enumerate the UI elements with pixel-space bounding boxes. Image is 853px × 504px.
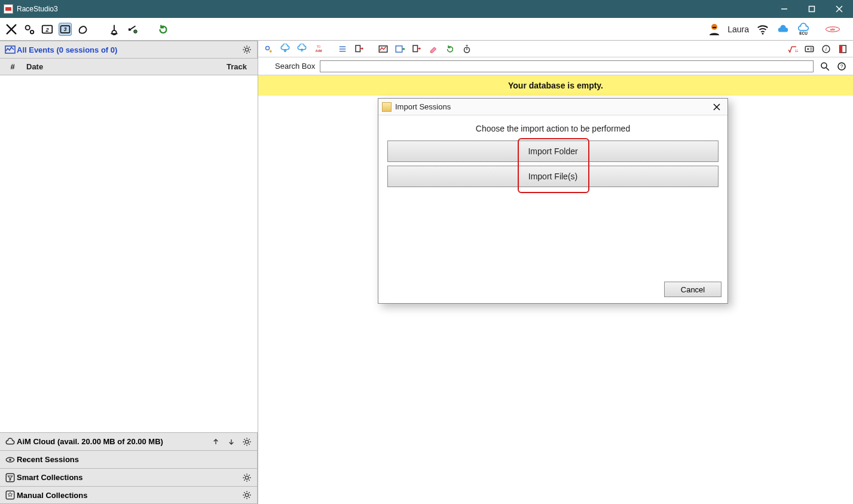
svg-text:2: 2 [45, 26, 48, 32]
cloud-outline-icon [4, 436, 17, 447]
cloud-panel[interactable]: AiM Cloud (avail. 20.00 MB of 20.00 MB) [0, 432, 258, 450]
cloud-icon [776, 22, 790, 36]
maximize-icon [808, 5, 815, 13]
cloud-settings-button[interactable] [240, 435, 253, 448]
svg-point-21 [9, 459, 11, 461]
wifi-button[interactable] [756, 23, 769, 36]
svg-point-23 [245, 476, 248, 479]
cloud-up-button[interactable] [209, 435, 222, 448]
manual-settings-button[interactable] [240, 488, 253, 502]
refresh-button[interactable] [157, 23, 170, 36]
user-name: Laura [727, 25, 749, 34]
col-date[interactable]: Date [22, 62, 177, 71]
download-arrow-icon [126, 22, 139, 36]
eye-icon [4, 454, 17, 465]
gear-icon [242, 45, 252, 54]
user-block[interactable]: Laura [707, 22, 749, 36]
svg-point-25 [245, 493, 248, 496]
gear-icon [242, 473, 252, 482]
sidebar: All Events (0 sessions of 0) # Date Trac… [0, 41, 258, 504]
maximize-button[interactable] [798, 0, 826, 18]
app-icon [4, 4, 13, 14]
arrow-down-icon [227, 437, 236, 447]
temperature-button[interactable] [108, 23, 121, 36]
wifi-icon [756, 22, 769, 36]
import-folder-label: Import Folder [528, 146, 577, 156]
events-table-header: # Date Track [0, 59, 258, 75]
smart-panel[interactable]: Smart Collections [0, 468, 258, 486]
wrench-cross-icon [5, 22, 18, 36]
events-settings-button[interactable] [240, 43, 253, 56]
tools-button[interactable] [5, 23, 18, 36]
close-icon [836, 5, 843, 13]
refresh-icon [157, 22, 170, 36]
svg-point-10 [134, 29, 137, 32]
titlebar: RaceStudio3 [0, 0, 853, 18]
gear-icon [242, 490, 252, 500]
col-track[interactable]: Track [177, 62, 254, 71]
minimize-button[interactable] [771, 0, 798, 18]
settings-button[interactable] [23, 23, 36, 36]
star-icon [4, 490, 17, 500]
svg-text:3: 3 [64, 26, 67, 32]
gear-icon [242, 437, 252, 447]
all-events-label: All Events (0 sessions of 0) [17, 45, 117, 54]
smart-label: Smart Collections [17, 473, 83, 482]
svg-text:ECU: ECU [799, 31, 808, 35]
bottom-panels: AiM Cloud (avail. 20.00 MB of 20.00 MB) … [0, 432, 258, 504]
svg-point-13 [762, 32, 764, 34]
recent-panel[interactable]: Recent Sessions [0, 450, 258, 468]
import-dialog: Import Sessions Choose the import action… [378, 98, 728, 304]
main-toolbar: 2 3 Laura ECU aim [0, 18, 853, 41]
analysis2-icon: 2 [41, 22, 54, 36]
track-icon [77, 22, 90, 36]
all-events-header[interactable]: All Events (0 sessions of 0) [0, 41, 258, 59]
cancel-label: Cancel [681, 285, 705, 294]
ecu-button[interactable]: ECU [797, 23, 810, 36]
dialog-close-button[interactable] [710, 100, 724, 114]
close-icon [713, 103, 720, 111]
main-area: TOAiM 123 i Search Box ? [258, 41, 853, 504]
svg-point-4 [26, 25, 30, 29]
app-title: RaceStudio3 [17, 5, 58, 13]
svg-rect-12 [713, 27, 716, 28]
events-table-body [0, 75, 258, 432]
download-button[interactable] [126, 23, 139, 36]
analysis2-button[interactable]: 2 [41, 23, 54, 36]
cancel-button[interactable]: Cancel [664, 282, 721, 297]
analysis3-icon: 3 [59, 22, 71, 36]
close-button[interactable] [826, 0, 853, 18]
avatar-icon [707, 22, 721, 36]
import-files-button[interactable]: Import File(s) [387, 166, 719, 187]
dialog-prompt: Choose the import action to be performed [386, 124, 720, 133]
svg-text:aim: aim [830, 28, 835, 30]
dialog-titlebar: Import Sessions [378, 99, 727, 115]
manual-label: Manual Collections [17, 491, 87, 500]
dialog-title: Import Sessions [395, 102, 451, 111]
cloud-button[interactable] [776, 23, 790, 36]
temperature-icon [108, 22, 121, 36]
col-num[interactable]: # [4, 62, 22, 71]
manual-panel[interactable]: Manual Collections [0, 486, 258, 504]
svg-point-5 [30, 30, 34, 33]
svg-point-19 [245, 440, 248, 443]
analysis3-button[interactable]: 3 [59, 23, 72, 36]
dialog-icon [382, 102, 392, 112]
events-icon [4, 44, 17, 55]
cloud-down-button[interactable] [225, 435, 238, 448]
smart-settings-button[interactable] [240, 471, 253, 484]
cloud-label: AiM Cloud (avail. 20.00 MB of 20.00 MB) [17, 437, 163, 446]
import-folder-button[interactable]: Import Folder [387, 140, 719, 162]
svg-point-18 [245, 48, 248, 51]
track-button[interactable] [77, 23, 90, 36]
gears-icon [23, 22, 36, 36]
minimize-icon [781, 5, 788, 13]
aim-logo-icon: aim [826, 22, 840, 36]
ecu-icon: ECU [797, 22, 810, 36]
filter-icon [4, 472, 17, 483]
dialog-overlay: Import Sessions Choose the import action… [258, 41, 853, 504]
aim-logo: aim [817, 23, 848, 36]
recent-label: Recent Sessions [17, 455, 79, 464]
import-files-label: Import File(s) [528, 172, 577, 181]
svg-rect-1 [809, 7, 815, 12]
